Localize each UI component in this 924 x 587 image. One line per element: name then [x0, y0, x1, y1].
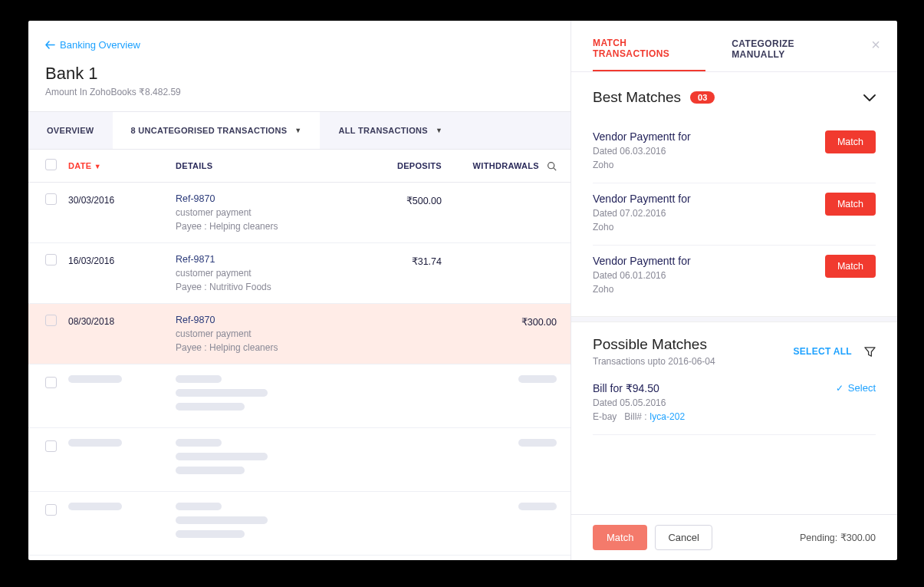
section-tabs: OVERVIEW 8 UNCATEGORISED TRANSACTIONS ▼ …	[28, 111, 571, 150]
col-withdrawals-header[interactable]: WITHDRAWALS	[442, 161, 557, 171]
transactions-list: 30/03/2016Ref-9870customer paymentPayee …	[28, 183, 571, 364]
match-vendor: Zoho	[593, 284, 691, 295]
possible-date: Dated 05.05.2016	[593, 397, 685, 408]
row-checkbox[interactable]	[45, 504, 57, 516]
table-row[interactable]: 16/03/2016Ref-9871customer paymentPayee …	[28, 243, 571, 304]
row-date: 30/03/2016	[68, 193, 176, 232]
row-withdrawal	[442, 254, 557, 292]
match-button[interactable]: Match	[825, 193, 876, 216]
chevron-down-icon: ▼	[294, 127, 301, 134]
match-title: Vendor Paymentt for	[593, 130, 691, 143]
filter-icon[interactable]	[864, 346, 876, 358]
row-date: 08/30/2018	[68, 315, 176, 353]
possible-matches-list: Bill for ₹94.50Dated 05.05.2016E-bay Bil…	[593, 367, 876, 435]
row-payee: Payee : Helping cleaners	[176, 221, 342, 232]
skeleton-row	[28, 428, 571, 492]
match-button[interactable]: Match	[825, 130, 876, 153]
close-icon[interactable]: ×	[871, 36, 880, 54]
row-deposit	[342, 315, 442, 353]
row-deposit: ₹500.00	[342, 193, 442, 232]
best-matches-header[interactable]: Best Matches 03	[593, 89, 876, 106]
tab-categorize-manually[interactable]: CATEGORIZE MANUALLY	[732, 38, 850, 71]
possible-match-item: Bill for ₹94.50Dated 05.05.2016E-bay Bil…	[593, 367, 876, 435]
match-button[interactable]: Match	[825, 255, 876, 278]
col-deposits-header[interactable]: DEPOSITS	[342, 161, 442, 170]
best-match-item: Vendor Paymentt forDated 06.01.2016ZohoM…	[593, 246, 876, 307]
skeleton-row	[28, 556, 571, 560]
row-payee: Payee : Helping cleaners	[176, 342, 342, 353]
tab-match-transactions[interactable]: MATCH TRANSACTIONS	[593, 38, 705, 71]
possible-vendor: E-bay Bill# : Iyca-202	[593, 411, 685, 422]
row-reference: Ref-9871	[176, 254, 342, 265]
skeleton-row	[28, 364, 571, 428]
possible-title: Bill for ₹94.50	[593, 382, 685, 394]
row-withdrawal: ₹300.00	[442, 315, 557, 353]
pending-amount: Pending: ₹300.00	[800, 532, 876, 543]
row-reference: Ref-9870	[176, 193, 342, 204]
page-title: Bank 1	[45, 64, 571, 84]
match-title: Vendor Paymentt for	[593, 255, 691, 267]
best-matches-list: Vendor Paymentt forDated 06.03.2016ZohoM…	[593, 121, 876, 307]
col-date-label: DATE	[68, 161, 91, 170]
search-icon[interactable]	[547, 161, 557, 171]
tab-all-label: ALL TRANSACTIONS	[338, 126, 427, 135]
tab-uncategorised-label: 8 UNCATEGORISED TRANSACTIONS	[131, 126, 288, 135]
chevron-down-icon	[863, 94, 876, 101]
row-checkbox[interactable]	[45, 254, 57, 265]
possible-matches-subtitle: Transactions upto 2016-06-04	[593, 356, 715, 367]
tab-overview-label: OVERVIEW	[47, 126, 94, 135]
tab-all-transactions[interactable]: ALL TRANSACTIONS ▼	[320, 112, 461, 149]
col-withdrawals-label: WITHDRAWALS	[473, 161, 539, 170]
match-button[interactable]: Match	[593, 525, 647, 550]
row-date: 16/03/2016	[68, 254, 176, 292]
match-vendor: Zoho	[593, 222, 691, 232]
best-match-item: Vendor Paymentt forDated 06.03.2016ZohoM…	[593, 121, 876, 183]
row-checkbox[interactable]	[45, 315, 57, 326]
row-withdrawal	[442, 193, 557, 232]
row-checkbox[interactable]	[45, 377, 57, 388]
table-header-row: DATE ▼ DETAILS DEPOSITS WITHDRAWALS	[28, 150, 571, 183]
row-type: customer payment	[176, 268, 342, 279]
chevron-down-icon: ▼	[436, 127, 442, 134]
tab-overview[interactable]: OVERVIEW	[28, 112, 113, 149]
sort-desc-icon: ▼	[94, 163, 101, 170]
select-all-link[interactable]: SELECT ALL	[793, 346, 852, 357]
svg-point-0	[548, 162, 554, 168]
best-match-item: Vendor Paymentt forDated 07.02.2016ZohoM…	[593, 183, 876, 246]
transactions-pane: Banking Overview Bank 1 Amount In ZohoBo…	[28, 21, 571, 560]
page-subtitle: Amount In ZohoBooks ₹8.482.59	[45, 87, 571, 97]
back-link-label: Banking Overview	[60, 39, 140, 51]
tab-uncategorised[interactable]: 8 UNCATEGORISED TRANSACTIONS ▼	[113, 112, 321, 149]
skeleton-row	[28, 492, 571, 556]
back-to-banking-overview[interactable]: Banking Overview	[45, 39, 140, 51]
row-payee: Payee : Nutritivo Foods	[176, 282, 342, 292]
row-checkbox[interactable]	[45, 440, 57, 452]
check-icon: ✓	[836, 383, 843, 394]
match-date: Dated 07.02.2016	[593, 208, 691, 219]
best-matches-title: Best Matches	[593, 89, 681, 106]
row-checkbox[interactable]	[45, 193, 57, 205]
table-row[interactable]: 30/03/2016Ref-9870customer paymentPayee …	[28, 183, 571, 243]
possible-matches-title: Possible Matches	[593, 336, 715, 353]
arrow-left-icon	[45, 41, 55, 49]
col-date-header[interactable]: DATE ▼	[68, 161, 176, 170]
best-matches-count-badge: 03	[690, 91, 715, 104]
row-deposit: ₹31.74	[342, 254, 442, 292]
row-type: customer payment	[176, 207, 342, 218]
row-reference: Ref-9870	[176, 315, 342, 325]
bill-link[interactable]: Iyca-202	[649, 411, 685, 422]
match-vendor: Zoho	[593, 160, 691, 170]
match-date: Dated 06.01.2016	[593, 270, 691, 281]
col-details-header[interactable]: DETAILS	[176, 161, 342, 170]
match-title: Vendor Paymentt for	[593, 193, 691, 205]
table-row[interactable]: 08/30/2018Ref-9870customer paymentPayee …	[28, 304, 571, 364]
match-panel: MATCH TRANSACTIONS CATEGORIZE MANUALLY ×…	[571, 21, 897, 560]
select-link[interactable]: ✓Select	[836, 382, 876, 394]
row-type: customer payment	[176, 328, 342, 339]
select-all-checkbox[interactable]	[45, 159, 57, 170]
cancel-button[interactable]: Cancel	[655, 525, 712, 550]
match-date: Dated 06.03.2016	[593, 146, 691, 157]
